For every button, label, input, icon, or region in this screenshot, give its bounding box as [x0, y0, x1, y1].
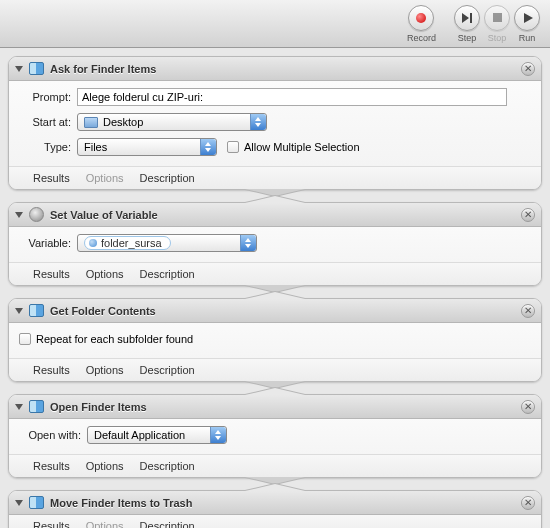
- stop-label: Stop: [488, 33, 507, 43]
- options-tab[interactable]: Options: [86, 460, 124, 472]
- description-tab[interactable]: Description: [140, 172, 195, 184]
- record-label: Record: [407, 33, 436, 43]
- action-title: Get Folder Contents: [50, 305, 521, 317]
- stop-icon: [493, 13, 502, 22]
- action-header[interactable]: Get Folder Contents ✕: [9, 299, 541, 323]
- type-label: Type:: [19, 141, 71, 153]
- results-tab[interactable]: Results: [33, 268, 70, 280]
- results-tab[interactable]: Results: [33, 364, 70, 376]
- connector: [8, 285, 542, 299]
- disclosure-icon[interactable]: [15, 66, 23, 72]
- startat-label: Start at:: [19, 116, 71, 128]
- action-footer: Results Options Description: [9, 263, 541, 285]
- action-header[interactable]: Move Finder Items to Trash ✕: [9, 491, 541, 515]
- variable-value: folder_sursa: [101, 237, 162, 249]
- startat-value: Desktop: [103, 116, 143, 128]
- folder-icon: [84, 117, 98, 128]
- variable-label: Variable:: [19, 237, 71, 249]
- description-tab[interactable]: Description: [140, 364, 195, 376]
- description-tab[interactable]: Description: [140, 460, 195, 472]
- record-icon: [416, 13, 426, 23]
- close-icon[interactable]: ✕: [521, 62, 535, 76]
- chevron-updown-icon: [200, 139, 216, 155]
- disclosure-icon[interactable]: [15, 500, 23, 506]
- options-tab[interactable]: Options: [86, 268, 124, 280]
- disclosure-icon[interactable]: [15, 308, 23, 314]
- chevron-updown-icon: [250, 114, 266, 130]
- variable-select[interactable]: folder_sursa: [77, 234, 257, 252]
- close-icon[interactable]: ✕: [521, 304, 535, 318]
- allow-multiple-checkbox[interactable]: [227, 141, 239, 153]
- options-tab[interactable]: Options: [86, 364, 124, 376]
- action-set-variable[interactable]: Set Value of Variable ✕ Variable: folder…: [8, 202, 542, 286]
- finder-icon: [29, 400, 44, 413]
- step-icon: [462, 13, 472, 23]
- play-icon: [524, 13, 533, 23]
- action-header[interactable]: Set Value of Variable ✕: [9, 203, 541, 227]
- finder-icon: [29, 496, 44, 509]
- variable-pill: folder_sursa: [84, 236, 171, 250]
- action-ask-finder-items[interactable]: Ask for Finder Items ✕ Prompt: Start at:…: [8, 56, 542, 190]
- description-tab[interactable]: Description: [140, 268, 195, 280]
- chevron-updown-icon: [210, 427, 226, 443]
- type-select[interactable]: Files: [77, 138, 217, 156]
- workflow-area: Ask for Finder Items ✕ Prompt: Start at:…: [0, 48, 550, 528]
- action-get-folder-contents[interactable]: Get Folder Contents ✕ Repeat for each su…: [8, 298, 542, 382]
- run-button[interactable]: Run: [514, 5, 540, 43]
- variable-dot-icon: [89, 239, 97, 247]
- openwith-select[interactable]: Default Application: [87, 426, 227, 444]
- action-move-to-trash[interactable]: Move Finder Items to Trash ✕ Results Opt…: [8, 490, 542, 528]
- openwith-label: Open with:: [19, 429, 81, 441]
- options-tab[interactable]: Options: [86, 172, 124, 184]
- results-tab[interactable]: Results: [33, 172, 70, 184]
- connector: [8, 189, 542, 203]
- step-label: Step: [458, 33, 477, 43]
- results-tab[interactable]: Results: [33, 460, 70, 472]
- step-button[interactable]: Step: [454, 5, 480, 43]
- action-footer: Results Options Description: [9, 455, 541, 477]
- repeat-subfolder-label: Repeat for each subfolder found: [36, 333, 193, 345]
- action-title: Open Finder Items: [50, 401, 521, 413]
- type-value: Files: [84, 141, 107, 153]
- startat-select[interactable]: Desktop: [77, 113, 267, 131]
- finder-icon: [29, 304, 44, 317]
- record-button[interactable]: Record: [407, 5, 436, 43]
- repeat-subfolder-checkbox[interactable]: [19, 333, 31, 345]
- allow-multiple-label: Allow Multiple Selection: [244, 141, 360, 153]
- action-header[interactable]: Open Finder Items ✕: [9, 395, 541, 419]
- action-open-finder-items[interactable]: Open Finder Items ✕ Open with: Default A…: [8, 394, 542, 478]
- prompt-label: Prompt:: [19, 91, 71, 103]
- action-title: Move Finder Items to Trash: [50, 497, 521, 509]
- run-label: Run: [519, 33, 536, 43]
- close-icon[interactable]: ✕: [521, 208, 535, 222]
- disclosure-icon[interactable]: [15, 404, 23, 410]
- openwith-value: Default Application: [94, 429, 185, 441]
- action-title: Ask for Finder Items: [50, 63, 521, 75]
- action-header[interactable]: Ask for Finder Items ✕: [9, 57, 541, 81]
- prompt-input[interactable]: [77, 88, 507, 106]
- action-footer: Results Options Description: [9, 167, 541, 189]
- action-footer: Results Options Description: [9, 515, 541, 528]
- results-tab[interactable]: Results: [33, 520, 70, 528]
- close-icon[interactable]: ✕: [521, 400, 535, 414]
- automator-icon: [29, 207, 44, 222]
- finder-icon: [29, 62, 44, 75]
- action-footer: Results Options Description: [9, 359, 541, 381]
- action-title: Set Value of Variable: [50, 209, 521, 221]
- disclosure-icon[interactable]: [15, 212, 23, 218]
- stop-button: Stop: [484, 5, 510, 43]
- connector: [8, 381, 542, 395]
- description-tab[interactable]: Description: [140, 520, 195, 528]
- toolbar: Record Step Stop Run: [0, 0, 550, 48]
- close-icon[interactable]: ✕: [521, 496, 535, 510]
- chevron-updown-icon: [240, 235, 256, 251]
- options-tab[interactable]: Options: [86, 520, 124, 528]
- connector: [8, 477, 542, 491]
